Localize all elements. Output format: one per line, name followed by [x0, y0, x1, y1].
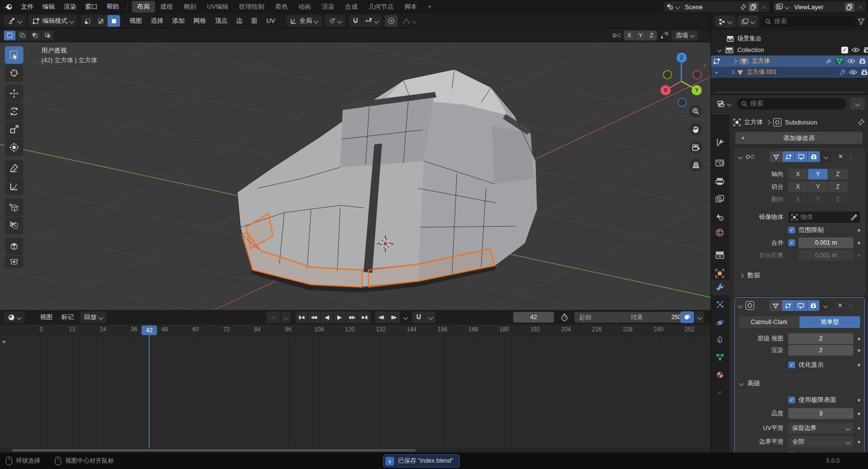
- tab-strip-more-chevron[interactable]: [717, 389, 722, 394]
- snap-toggle-button[interactable]: [349, 15, 362, 27]
- region-collapse-arrow[interactable]: ‹: [704, 62, 706, 69]
- outliner-display-mode-dropdown[interactable]: [715, 16, 735, 27]
- select-mode-edge-button[interactable]: [94, 15, 107, 27]
- clipping-animate-dot[interactable]: [858, 229, 860, 232]
- outliner-row-scene-collection[interactable]: 场景集合: [711, 33, 868, 44]
- workspace-tab-shading[interactable]: 着色: [270, 1, 293, 13]
- mirror-show-realtime-button[interactable]: [795, 151, 808, 162]
- subdivision-levels-value[interactable]: 2: [788, 333, 853, 344]
- select-mode-new-button[interactable]: [4, 31, 16, 40]
- viewport-menu-uv[interactable]: UV: [262, 16, 279, 26]
- transform-orientation-dropdown[interactable]: 全局: [286, 15, 322, 27]
- snap-settings-dropdown[interactable]: [362, 15, 381, 27]
- gizmo-y-axis[interactable]: Y: [692, 85, 702, 95]
- timeline-menu-view[interactable]: 视图: [35, 312, 57, 323]
- outliner-search-input[interactable]: 搜索: [761, 16, 855, 27]
- play-button[interactable]: ▶: [333, 311, 346, 323]
- frame-end-field[interactable]: 结束 250: [626, 312, 686, 323]
- jump-to-start-button[interactable]: ▮◀: [295, 311, 308, 323]
- subdivision-type-simple-button[interactable]: 简单型: [799, 316, 860, 328]
- scene-copy-button[interactable]: [748, 2, 758, 12]
- auto-keying-dropdown[interactable]: [281, 311, 291, 323]
- mirror-clipping-checkbox[interactable]: ✓: [788, 227, 795, 234]
- mirror-drag-handle[interactable]: ::::: [849, 154, 852, 160]
- subdivision-panel-header[interactable]: × ::::: [735, 298, 864, 313]
- proportional-falloff-dropdown[interactable]: [399, 15, 420, 27]
- timeline-hscrollbar[interactable]: [12, 449, 416, 451]
- optimal-animate-dot[interactable]: [858, 364, 860, 366]
- tab-collection[interactable]: [715, 251, 724, 259]
- mirror-expand-chevron[interactable]: [738, 154, 743, 159]
- mirror-delete-button[interactable]: ×: [838, 152, 843, 161]
- scene-name[interactable]: Scene: [682, 3, 738, 11]
- timeline-shading-dropdown[interactable]: [694, 311, 704, 323]
- mirror-axis-x[interactable]: X: [788, 169, 808, 180]
- timeline-snap-button[interactable]: [412, 311, 425, 323]
- mirror-show-render-button[interactable]: [808, 151, 820, 162]
- viewlayer-browse-button[interactable]: [773, 1, 791, 12]
- camera-view-button[interactable]: [689, 141, 702, 154]
- proportional-editing-button[interactable]: [385, 15, 398, 27]
- tool-mirror-x-button[interactable]: X: [624, 31, 635, 40]
- workspace-tab-sculpting[interactable]: 雕刻: [178, 1, 202, 13]
- viewport-3d[interactable]: 用户透视 (42) 立方体 | 立方体: [0, 42, 711, 310]
- gizmo-x-axis[interactable]: X: [660, 85, 671, 95]
- timeline-tracks[interactable]: [0, 336, 711, 448]
- current-frame-field[interactable]: 42: [513, 312, 554, 323]
- breadcrumb-object[interactable]: 立方体: [744, 118, 763, 126]
- select-mode-vertex-button[interactable]: [81, 15, 94, 27]
- mirror-flip-x[interactable]: X: [788, 194, 808, 205]
- pivot-point-dropdown[interactable]: [325, 15, 345, 27]
- workspace-add-button[interactable]: +: [422, 1, 437, 13]
- mirror-merge-value[interactable]: 0.001 m: [799, 237, 853, 248]
- workspace-tab-uv[interactable]: UV编辑: [202, 1, 234, 13]
- menu-file[interactable]: 文件: [17, 1, 38, 12]
- mirror-axis-z[interactable]: Z: [828, 169, 848, 180]
- viewlayer-name[interactable]: ViewLayer: [791, 3, 845, 11]
- limit-animate-dot[interactable]: [858, 399, 860, 401]
- gizmo-neg-x-axis[interactable]: [693, 70, 702, 79]
- timeline-channel-expander[interactable]: ▶: [3, 339, 6, 344]
- subdivision-limit-checkbox[interactable]: ✓: [788, 397, 795, 403]
- prev-keyframe-button[interactable]: ◀◆: [308, 311, 320, 323]
- viewport-menu-add[interactable]: 添加: [168, 16, 189, 26]
- timeline-snap-dropdown[interactable]: [426, 311, 435, 323]
- viewport-menu-face[interactable]: 面: [247, 16, 262, 26]
- timeline-ruler[interactable]: 0122436486072849610812013214415616818019…: [0, 325, 711, 337]
- scene-delete-button[interactable]: ×: [759, 3, 769, 11]
- properties-options-dropdown[interactable]: [850, 98, 865, 109]
- pin-icon[interactable]: [738, 4, 748, 10]
- mirror-bisect-distance-value[interactable]: 0.001 m: [799, 250, 853, 261]
- viewlayer-delete-button[interactable]: ×: [855, 3, 866, 11]
- outliner-row-cube[interactable]: 立方体: [711, 55, 868, 67]
- navigation-gizmo[interactable]: Z X Y: [657, 50, 711, 103]
- tab-scene[interactable]: [715, 213, 724, 221]
- mirror-merge-checkbox[interactable]: ✓: [788, 239, 795, 246]
- mirror-show-in-editmode-button[interactable]: [782, 151, 795, 162]
- subdivision-drag-handle[interactable]: ::::: [849, 303, 852, 308]
- auto-keying-button[interactable]: ○: [266, 311, 280, 323]
- editor-type-button[interactable]: [4, 15, 25, 27]
- select-mode-intersect-button[interactable]: [42, 31, 53, 40]
- workspace-tab-compositing[interactable]: 合成: [340, 1, 363, 13]
- outliner-row-collection[interactable]: Collection ✓: [711, 44, 868, 55]
- tool-extrude-region[interactable]: [5, 237, 23, 255]
- play-reverse-button[interactable]: ◀: [321, 311, 333, 323]
- subdivision-advanced-subpanel[interactable]: 高级: [740, 378, 856, 389]
- timeline-menu-playback[interactable]: 回放: [80, 311, 106, 323]
- tool-mirror-y-button[interactable]: Y: [635, 31, 646, 40]
- gizmo-neg-z-axis[interactable]: [677, 98, 687, 107]
- mirror-panel-header[interactable]: × ::::: [735, 149, 864, 164]
- bisect-distance-animate-dot[interactable]: [858, 254, 860, 257]
- workspace-tab-modeling[interactable]: 建模: [155, 1, 178, 13]
- tab-constraints[interactable]: [716, 336, 724, 344]
- mirror-object-field[interactable]: 物体: [788, 212, 860, 223]
- breadcrumb-modifier[interactable]: Subdivision: [785, 119, 817, 126]
- select-mode-subtract-button[interactable]: [29, 31, 41, 40]
- menu-render[interactable]: 渲染: [59, 1, 81, 12]
- subdivision-delete-button[interactable]: ×: [838, 301, 842, 310]
- mirror-bisect-z[interactable]: Z: [828, 181, 848, 192]
- tab-material[interactable]: [716, 371, 724, 379]
- saved-file-badge[interactable]: i 已保存 "index.blend": [383, 454, 460, 468]
- viewport-menu-edge[interactable]: 边: [232, 16, 247, 26]
